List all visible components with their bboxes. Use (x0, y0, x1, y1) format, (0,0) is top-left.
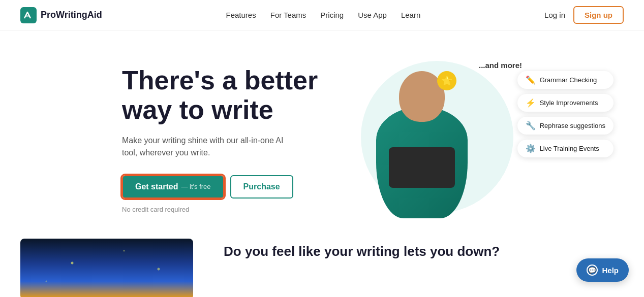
rephrase-icon: 🔧 (526, 121, 536, 130)
navbar: ProWritingAid Features For Teams Pricing… (0, 0, 644, 30)
starry-night-image (20, 239, 193, 297)
pill-grammar: ✏️ Grammar Checking (517, 71, 614, 89)
pill-training: ⚙️ Live Training Events (517, 140, 614, 157)
feature-pills: ✏️ Grammar Checking ⚡ Style Improvements… (517, 71, 614, 157)
help-label: Help (602, 266, 619, 275)
pill-training-label: Live Training Events (540, 145, 599, 152)
no-credit-card-note: No credit card required (122, 206, 335, 213)
pill-style: ⚡ Style Improvements (517, 94, 614, 112)
lower-content: Do you feel like your writing lets you d… (224, 239, 500, 259)
logo-icon (20, 7, 37, 23)
hero-subtitle: Make your writing shine with our all-in-… (122, 135, 295, 159)
grammar-icon: ✏️ (526, 75, 536, 85)
signup-button[interactable]: Sign up (573, 6, 624, 24)
free-label: — it's free (181, 183, 210, 190)
star-badge: ⭐ (437, 71, 456, 90)
help-button[interactable]: 💬 Help (576, 258, 629, 282)
nav-features[interactable]: Features (226, 11, 256, 19)
training-icon: ⚙️ (526, 144, 536, 153)
purchase-button[interactable]: Purchase (230, 175, 293, 199)
nav-actions: Log in Sign up (544, 6, 624, 24)
pill-rephrase: 🔧 Rephrase suggestions (517, 117, 614, 135)
lower-section: Do you feel like your writing lets you d… (0, 239, 644, 297)
login-link[interactable]: Log in (544, 11, 565, 19)
nav-pricing[interactable]: Pricing (320, 11, 344, 19)
style-icon: ⚡ (526, 98, 536, 108)
and-more-label: ...and more! (479, 61, 522, 70)
hero-buttons: Get started — it's free Purchase (122, 175, 335, 199)
get-started-button[interactable]: Get started — it's free (122, 175, 224, 199)
hero-section: There's a better way to write Make your … (0, 30, 644, 239)
help-icon: 💬 (587, 265, 598, 276)
person-figure (366, 56, 478, 218)
brand-name: ProWritingAid (41, 10, 102, 20)
person-laptop (389, 147, 455, 188)
hero-content: There's a better way to write Make your … (122, 66, 335, 213)
pill-style-label: Style Improvements (540, 99, 598, 107)
pill-grammar-label: Grammar Checking (540, 76, 597, 84)
pill-rephrase-label: Rephrase suggestions (540, 122, 605, 129)
nav-learn[interactable]: Learn (401, 11, 420, 19)
nav-links: Features For Teams Pricing Use App Learn (226, 11, 421, 20)
hero-title: There's a better way to write (122, 66, 335, 124)
nav-for-teams[interactable]: For Teams (270, 11, 306, 19)
logo-link[interactable]: ProWritingAid (20, 7, 102, 23)
hero-illustration: ⭐ ...and more! ✏️ Grammar Checking ⚡ Sty… (335, 51, 624, 228)
nav-use-app[interactable]: Use App (358, 11, 387, 19)
lower-question: Do you feel like your writing lets you d… (224, 244, 500, 259)
starry-night-bg (20, 239, 193, 297)
